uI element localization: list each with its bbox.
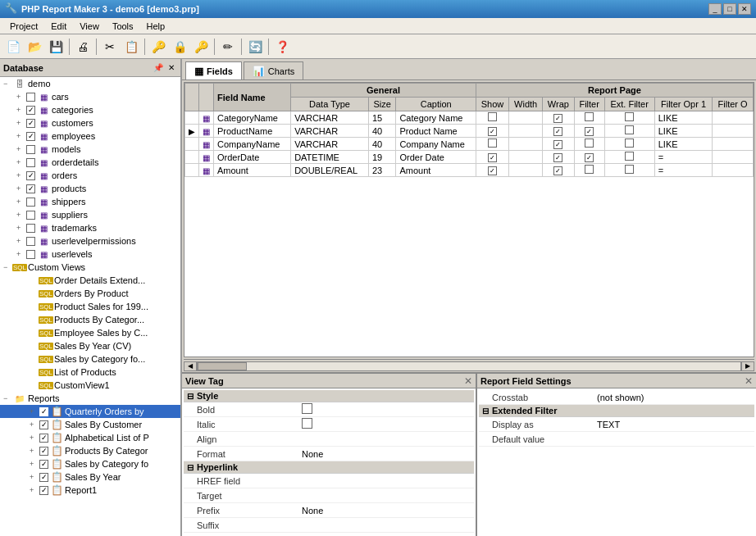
refresh-button[interactable]: 🔄 <box>245 38 265 56</box>
checkbox-products[interactable] <box>26 184 35 193</box>
tree-table-customers[interactable]: + ▦ customers <box>0 116 180 129</box>
row-wrap[interactable] <box>543 151 575 164</box>
tree-reports[interactable]: − 📁 Reports <box>0 392 180 405</box>
checkbox-userlevels[interactable] <box>26 250 35 259</box>
menu-project[interactable]: Project <box>3 20 44 33</box>
h-scroll-thumb[interactable] <box>198 362 247 370</box>
tree-table-cars[interactable]: + ▦ cars <box>0 90 180 103</box>
row-show[interactable] <box>476 151 508 164</box>
checkbox-products-cat[interactable] <box>39 447 48 456</box>
checkbox-categories[interactable] <box>26 106 35 115</box>
tree-cv-product-sales[interactable]: SQL Product Sales for 199... <box>0 300 180 313</box>
row-filter[interactable] <box>574 138 604 151</box>
tree-report-sales-category[interactable]: + 📋 Sales by Category fo <box>0 457 180 470</box>
tree-report-sales-customer[interactable]: + 📋 Sales By Customer <box>0 418 180 431</box>
row-filter[interactable] <box>574 125 604 138</box>
save-button[interactable]: 💾 <box>46 38 66 56</box>
checkbox-sales-year[interactable] <box>39 473 48 482</box>
edit-button[interactable]: ✏ <box>218 38 238 56</box>
copy-button[interactable]: 📋 <box>121 38 141 56</box>
row-filter[interactable] <box>574 111 604 125</box>
bold-checkbox[interactable] <box>302 403 312 414</box>
tree-table-categories[interactable]: + ▦ categories <box>0 103 180 116</box>
maximize-button[interactable]: □ <box>723 3 736 15</box>
checkbox-sales-category[interactable] <box>39 460 48 469</box>
style-group-header[interactable]: ⊟ Style <box>184 390 474 402</box>
tree-cv-orders-by-product[interactable]: SQL Orders By Product <box>0 287 180 300</box>
row-show[interactable] <box>476 138 508 151</box>
menu-tools[interactable]: Tools <box>106 20 140 33</box>
checkbox-customers[interactable] <box>26 119 35 128</box>
row-ext-filter[interactable] <box>604 138 654 151</box>
checkbox-employees[interactable] <box>26 132 35 141</box>
hyperlink-group-header[interactable]: ⊟ Hyperlink <box>184 461 474 474</box>
tree-cv-sales-by-cat[interactable]: SQL Sales by Category fo... <box>0 352 180 366</box>
panel-pin-icon[interactable]: 📌 <box>153 62 164 74</box>
key2-button[interactable]: 🔑 <box>191 38 211 56</box>
checkbox-report1[interactable] <box>39 486 48 495</box>
tree-db-root[interactable]: − 🗄 demo <box>0 77 180 90</box>
tree-cv-order-details[interactable]: SQL Order Details Extend... <box>0 274 180 287</box>
tree-cv-products-by-cat[interactable]: SQL Products By Categor... <box>0 313 180 326</box>
minimize-button[interactable]: _ <box>708 3 722 15</box>
tree-report-sales-year[interactable]: + 📋 Sales By Year <box>0 470 180 484</box>
checkbox-userlevelpermissions[interactable] <box>26 237 35 246</box>
checkbox-trademarks[interactable] <box>26 224 35 233</box>
new-button[interactable]: 📄 <box>3 38 23 56</box>
key1-button[interactable]: 🔑 <box>148 38 168 56</box>
report-field-close-button[interactable]: ✕ <box>745 375 753 387</box>
checkbox-cars[interactable] <box>26 93 35 102</box>
table-row[interactable]: ▶ ▦ ProductName VARCHAR 40 Product Name … <box>185 125 754 138</box>
menu-view[interactable]: View <box>73 20 106 33</box>
checkbox-orderdetails[interactable] <box>26 158 35 167</box>
checkbox-suppliers[interactable] <box>26 211 35 220</box>
grid-area[interactable]: Field Name General Report Page Data Type… <box>184 82 754 357</box>
row-ext-filter[interactable] <box>604 111 654 125</box>
checkbox-models[interactable] <box>26 145 35 154</box>
open-button[interactable]: 📂 <box>25 38 44 56</box>
checkbox-orders[interactable] <box>26 171 35 180</box>
tree-table-userlevels[interactable]: + ▦ userlevels <box>0 248 180 261</box>
table-row[interactable]: ▦ OrderDate DATETIME 19 Order Date = <box>185 151 754 164</box>
tree-report-alphabetical[interactable]: + 📋 Alphabetical List of P <box>0 431 180 444</box>
checkbox-alphabetical[interactable] <box>39 434 48 443</box>
tree-table-userlevelpermissions[interactable]: + ▦ userlevelpermissions <box>0 234 180 248</box>
tree-report-report1[interactable]: + 📋 Report1 <box>0 484 180 497</box>
tree-table-models[interactable]: + ▦ models <box>0 143 180 156</box>
row-ext-filter[interactable] <box>604 164 654 177</box>
row-show[interactable] <box>476 125 508 138</box>
tree-table-employees[interactable]: + ▦ employees <box>0 129 180 143</box>
ext-filter-group-header[interactable]: ⊟ Extended Filter <box>479 405 754 417</box>
tree-cv-customview1[interactable]: SQL CustomView1 <box>0 379 180 392</box>
row-ext-filter[interactable] <box>604 151 654 164</box>
italic-checkbox[interactable] <box>302 418 312 429</box>
row-filter[interactable] <box>574 164 604 177</box>
print-button[interactable]: 🖨 <box>73 38 93 56</box>
table-row[interactable]: ▦ Amount DOUBLE/REAL 23 Amount = <box>185 164 754 177</box>
tree-cv-list-products[interactable]: SQL List of Products <box>0 366 180 379</box>
view-tag-close-button[interactable]: ✕ <box>464 375 472 387</box>
table-row[interactable]: ▦ CategoryName VARCHAR 15 Category Name … <box>185 111 754 125</box>
row-ext-filter[interactable] <box>604 125 654 138</box>
checkbox-quarterly[interactable] <box>39 407 48 416</box>
row-filter[interactable] <box>574 151 604 164</box>
tree-report-products-cat[interactable]: + 📋 Products By Categor <box>0 444 180 457</box>
tree-table-shippers[interactable]: + ▦ shippers <box>0 195 180 208</box>
scroll-left-button[interactable]: ◀ <box>184 361 197 371</box>
close-button[interactable]: ✕ <box>738 3 751 15</box>
menu-help[interactable]: Help <box>140 20 172 33</box>
checkbox-sales-customer[interactable] <box>39 420 48 429</box>
row-show[interactable] <box>476 111 508 125</box>
tab-fields[interactable]: ▦ Fields <box>185 61 242 79</box>
checkbox-shippers[interactable] <box>26 198 35 207</box>
h-scrollbar[interactable] <box>197 361 741 371</box>
cut-button[interactable]: ✂ <box>100 38 120 56</box>
help-button[interactable]: ❓ <box>272 38 292 56</box>
lock-button[interactable]: 🔒 <box>170 38 189 56</box>
table-row[interactable]: ▦ CompanyName VARCHAR 40 Company Name LI… <box>185 138 754 151</box>
menu-edit[interactable]: Edit <box>44 20 73 33</box>
row-show[interactable] <box>476 164 508 177</box>
tree-table-products[interactable]: + ▦ products <box>0 182 180 195</box>
row-wrap[interactable] <box>543 164 575 177</box>
row-wrap[interactable] <box>543 125 575 138</box>
